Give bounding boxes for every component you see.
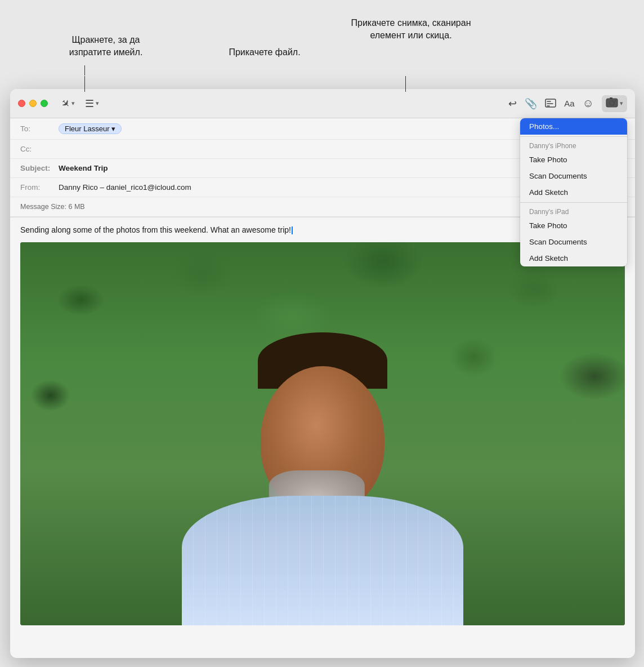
menu-item-photos[interactable]: Photos... <box>520 118 627 135</box>
attach-file-callout: Прикачете файл. <box>214 46 315 59</box>
photo-dropdown-menu: Photos... Danny's iPhone Take Photo Scan… <box>520 118 627 266</box>
subject-label: Subject: <box>20 164 59 172</box>
menu-item-iphone-take-photo[interactable]: Take Photo <box>520 152 627 168</box>
photo-media-button[interactable]: ▾ <box>602 95 627 112</box>
send-button[interactable]: ✈ ▾ <box>58 95 78 112</box>
person-shirt-detail <box>182 496 463 625</box>
menu-item-ipad-take-photo[interactable]: Take Photo <box>520 217 627 234</box>
subject-value[interactable]: Weekend Trip <box>59 164 108 172</box>
template-chevron-icon: ▾ <box>96 100 99 107</box>
menu-section-ipad: Danny's iPad <box>520 204 627 217</box>
attached-photo <box>20 242 625 625</box>
photo-background <box>20 242 625 625</box>
message-size-label: Message Size: <box>20 203 66 211</box>
emoji-button[interactable]: ☺ <box>583 97 594 110</box>
send-callout: Щракнете, за даизпратите имейл. <box>50 34 162 58</box>
toolbar-right: ↩ 📎 Aa ☺ <box>508 95 627 112</box>
recipient-chip[interactable]: Fleur Lasseur ▾ <box>59 123 122 134</box>
to-label: To: <box>20 124 59 133</box>
menu-divider-2 <box>520 202 627 203</box>
menu-item-ipad-add-sketch[interactable]: Add Sketch <box>520 250 627 266</box>
attach-file-button[interactable]: 📎 <box>525 97 537 110</box>
svg-point-8 <box>615 100 616 101</box>
menu-section-iphone: Danny's iPhone <box>520 139 627 152</box>
menu-item-iphone-scan-documents[interactable]: Scan Documents <box>520 168 627 184</box>
toolbar-left: ✈ ▾ ☰ ▾ <box>58 95 102 112</box>
send-icon: ✈ <box>58 96 73 110</box>
person-figure <box>154 315 491 625</box>
window-controls <box>18 100 48 107</box>
from-value: Danny Rico – daniel_rico1@icloud.com <box>59 183 191 192</box>
svg-rect-4 <box>606 99 618 107</box>
template-button[interactable]: ☰ ▾ <box>82 95 102 112</box>
menu-item-iphone-add-sketch[interactable]: Add Sketch <box>520 184 627 201</box>
text-cursor <box>292 226 293 234</box>
title-bar: ✈ ▾ ☰ ▾ ↩ 📎 Aa ☺ <box>10 89 635 118</box>
message-size-value: 6 MB <box>68 203 84 211</box>
menu-divider-1 <box>520 136 627 137</box>
reply-button[interactable]: ↩ <box>508 97 517 110</box>
minimize-button[interactable] <box>29 100 37 107</box>
markup-button[interactable] <box>545 99 556 109</box>
photo-chevron-icon: ▾ <box>620 100 623 107</box>
photo-icon <box>606 97 618 110</box>
close-button[interactable] <box>18 100 25 107</box>
cc-label: Cc: <box>20 145 59 153</box>
attach-photo-callout: Прикачете снимка, сканиранелемент или ск… <box>338 17 484 41</box>
svg-rect-7 <box>610 97 612 99</box>
template-icon: ☰ <box>85 97 94 110</box>
menu-item-ipad-scan-documents[interactable]: Scan Documents <box>520 234 627 250</box>
mail-window: ✈ ▾ ☰ ▾ ↩ 📎 Aa ☺ <box>10 89 635 658</box>
email-body[interactable]: Sending along some of the photos from th… <box>10 217 635 633</box>
from-label: From: <box>20 183 59 192</box>
font-button[interactable]: Aa <box>564 99 574 108</box>
maximize-button[interactable] <box>41 100 48 107</box>
